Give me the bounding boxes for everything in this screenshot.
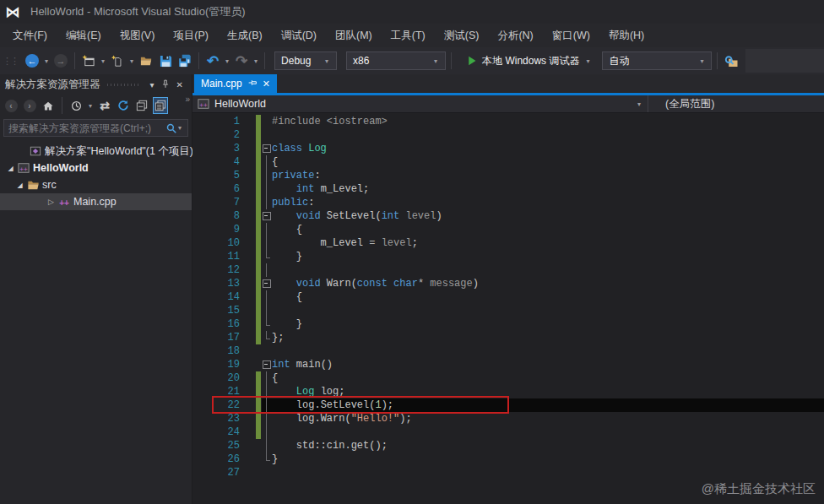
fold-margin	[262, 223, 272, 236]
close-icon[interactable]: ✕	[173, 80, 187, 89]
code-text: }	[272, 317, 824, 331]
fold-collapse-icon[interactable]	[262, 142, 272, 155]
add-item-icon	[111, 55, 123, 68]
configuration-value: Debug	[281, 55, 311, 67]
debug-type-combo[interactable]: 自动▾	[602, 51, 712, 70]
solution-configuration-combo[interactable]: Debug▾	[274, 51, 337, 70]
change-bar	[256, 142, 261, 155]
home-button[interactable]	[41, 97, 56, 114]
menu-item[interactable]: 测试(S)	[435, 24, 489, 47]
close-icon[interactable]: ✕	[263, 79, 270, 89]
code-line-5: 5private:	[192, 169, 824, 182]
show-all-files-button[interactable]	[153, 97, 168, 114]
change-bar	[256, 263, 261, 277]
refresh-button[interactable]	[116, 97, 131, 114]
change-bar	[256, 425, 261, 439]
scope-dropdown[interactable]: (全局范围)	[648, 95, 824, 112]
line-number: 17	[192, 331, 240, 344]
fold-margin	[262, 115, 272, 128]
toolbar-separator	[717, 52, 718, 69]
search-input[interactable]	[8, 122, 166, 134]
platform-value: x86	[353, 55, 369, 67]
menu-item[interactable]: 团队(M)	[326, 24, 382, 47]
tree-expander-icon[interactable]: ◢	[14, 182, 25, 189]
open-file-button[interactable]	[138, 51, 154, 71]
undo-dropdown-arrow[interactable]: ▾	[224, 57, 230, 65]
add-item-button[interactable]	[109, 51, 126, 71]
save-all-button[interactable]	[176, 51, 193, 71]
pin-icon[interactable]	[158, 79, 173, 90]
code-editor[interactable]: 1#include <iostream>23class Log4{5privat…	[192, 113, 824, 504]
tree-expander-icon[interactable]: ▷	[46, 198, 57, 206]
change-bar	[256, 223, 261, 236]
save-button[interactable]	[157, 51, 174, 71]
menu-item[interactable]: 工具(T)	[382, 24, 435, 47]
line-number: 14	[192, 290, 240, 304]
panel-menu-arrow-icon[interactable]: ▾	[147, 80, 158, 89]
toolbar-separator	[451, 52, 452, 69]
menu-item[interactable]: 窗口(W)	[543, 24, 599, 47]
change-tracking-margin	[240, 142, 262, 155]
menu-item[interactable]: 生成(B)	[218, 24, 272, 47]
fold-collapse-icon[interactable]	[262, 358, 272, 371]
menu-item[interactable]: 帮助(H)	[599, 24, 653, 47]
change-bar	[256, 371, 261, 385]
tree-expander-icon[interactable]: ◢	[5, 165, 16, 172]
new-project-dropdown-arrow[interactable]: ▾	[100, 57, 106, 65]
line-number: 2	[192, 128, 240, 142]
sync-with-active-document-button[interactable]: ⇄	[97, 97, 112, 114]
code-line-4: 4{	[192, 155, 824, 169]
search-dropdown-arrow[interactable]: ▾	[176, 124, 183, 132]
redo-dropdown-arrow[interactable]: ▾	[252, 57, 259, 65]
fold-margin	[262, 385, 272, 398]
toolbar-grip[interactable]: ⋮⋮	[3, 56, 18, 67]
tree-item--helloworld-1-[interactable]: 解决方案"HelloWorld"(1 个项目)	[0, 143, 192, 160]
explorer-forward-button[interactable]: ›	[22, 97, 37, 114]
home-icon	[42, 100, 54, 111]
solution-explorer-toolbar: ‹ › ▾ ⇄ »	[0, 95, 192, 117]
solution-platform-combo[interactable]: x86▾	[346, 51, 446, 70]
undo-button[interactable]: ↶	[204, 51, 221, 71]
pending-changes-filter-button[interactable]	[68, 97, 84, 114]
fold-collapse-icon[interactable]	[262, 209, 272, 223]
collapse-all-button[interactable]	[134, 97, 149, 114]
menu-item[interactable]: 视图(V)	[111, 24, 165, 47]
menu-item[interactable]: 调试(D)	[272, 24, 326, 47]
tree-item-helloworld[interactable]: ◢++HelloWorld	[0, 160, 192, 176]
solution-search-box[interactable]: ▾	[3, 119, 188, 137]
line-number: 21	[192, 385, 240, 398]
navigate-back-button[interactable]: ←	[24, 51, 41, 71]
line-number: 6	[192, 182, 240, 196]
fold-margin	[262, 453, 272, 466]
change-tracking-margin	[240, 317, 262, 331]
project-scope-dropdown[interactable]: ++ HelloWorld ▾	[192, 95, 648, 112]
menu-item[interactable]: 项目(P)	[164, 24, 218, 47]
tree-item-main-cpp[interactable]: ▷++Main.cpp	[0, 193, 192, 210]
change-tracking-margin	[240, 128, 262, 142]
toolbar-overflow-button[interactable]: »	[185, 95, 190, 104]
menu-item[interactable]: 分析(N)	[488, 24, 542, 47]
find-in-files-button[interactable]	[723, 51, 740, 71]
add-item-dropdown-arrow[interactable]: ▾	[128, 57, 135, 65]
fold-collapse-icon[interactable]	[262, 277, 272, 290]
undo-icon: ↶	[207, 54, 219, 68]
filter-dropdown-arrow[interactable]: ▾	[87, 102, 94, 110]
panel-drag-grip[interactable]	[107, 84, 140, 86]
tab-main-cpp[interactable]: Main.cpp ✕	[194, 74, 277, 93]
tree-item-src[interactable]: ◢src	[0, 176, 192, 193]
fold-margin	[262, 371, 272, 385]
back-dropdown-arrow[interactable]: ▾	[43, 57, 50, 65]
code-line-15: 15	[192, 304, 824, 317]
code-line-17: 17};	[192, 331, 824, 344]
start-debugging-button[interactable]: 本地 Windows 调试器 ▾	[462, 51, 596, 71]
code-text: {	[272, 223, 824, 236]
redo-button[interactable]: ↷	[233, 51, 250, 71]
explorer-back-button[interactable]: ‹	[3, 97, 19, 114]
navigate-forward-button[interactable]: →	[52, 51, 69, 71]
menu-item[interactable]: 文件(F)	[3, 24, 57, 47]
new-project-button[interactable]	[80, 51, 97, 71]
chevron-down-icon: ▾	[427, 57, 439, 65]
menu-item[interactable]: 编辑(E)	[57, 24, 111, 47]
pin-icon[interactable]	[248, 78, 257, 89]
code-text: {	[272, 155, 824, 169]
